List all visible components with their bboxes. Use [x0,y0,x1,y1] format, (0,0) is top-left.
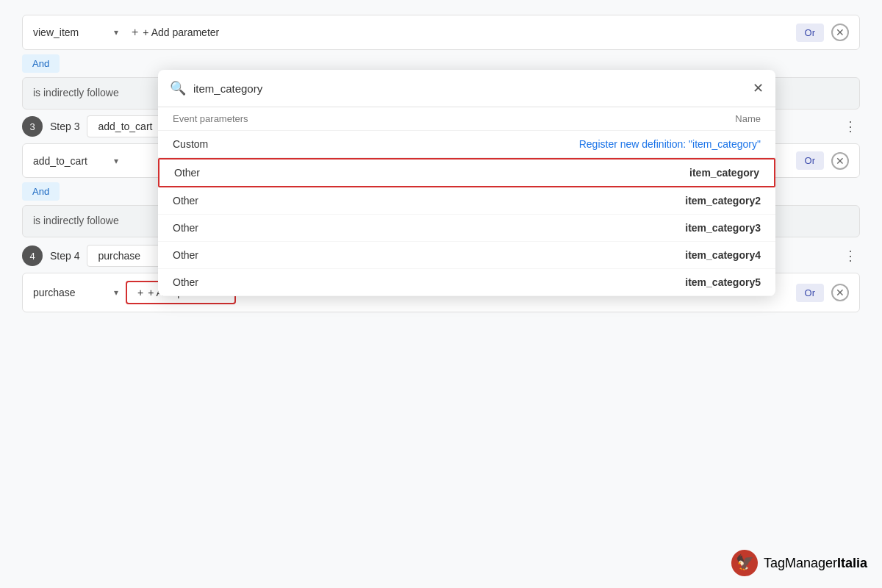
add-to-cart-or-button[interactable]: Or [796,151,824,170]
item-other-4: Other [173,276,198,288]
purchase-plus-icon: + [137,287,143,298]
add-to-cart-close-button[interactable]: ✕ [831,152,849,170]
item-other-0: Other [174,167,200,179]
step3-badge: 3 [22,116,43,137]
item-other-2: Other [173,222,198,234]
item-name-0: item_category [689,167,759,179]
search-icon: 🔍 [170,80,186,96]
purchase-close-button[interactable]: ✕ [831,284,849,301]
step4-number: 4 [29,251,35,262]
indirect-label-1: is indirectly followe [33,87,119,98]
dropdown-item-2[interactable]: Other item_category3 [158,215,775,242]
search-input[interactable] [193,82,745,95]
and-button-1[interactable]: And [22,54,60,73]
dropdown-overlay: 🔍 ✕ Event parameters Name Custom Registe… [158,70,775,296]
header-name: Name [735,113,761,124]
watermark-text: TagManagerItalia [764,556,867,571]
dropdown-item-1[interactable]: Other item_category2 [158,187,775,215]
item-name-2: item_category3 [685,222,761,234]
view-item-or-button[interactable]: Or [796,24,824,42]
dropdown-item-3[interactable]: Other item_category4 [158,242,775,269]
purchase-or-button[interactable]: Or [796,284,824,302]
dropdown-item-4[interactable]: Other item_category5 [158,269,775,296]
view-item-label: view_item [33,26,107,38]
step4-more-button[interactable]: ⋮ [841,248,860,264]
view-item-add-param-button[interactable]: + + Add parameter [126,23,225,42]
item-name-3: item_category4 [685,249,761,261]
add-param-label: + Add parameter [143,26,219,38]
view-item-dropdown-arrow[interactable]: ▾ [114,27,118,37]
add-to-cart-dropdown-arrow[interactable]: ▾ [114,156,118,166]
purchase-label: purchase [33,287,107,298]
plus-icon: + [132,26,138,39]
custom-row: Custom Register new definition: "item_ca… [158,131,775,158]
step4-label: Step 4 [50,250,79,262]
item-other-3: Other [173,249,198,261]
add-to-cart-label: add_to_cart [33,155,107,167]
search-row: 🔍 ✕ [158,70,775,107]
dropdown-close-icon[interactable]: ✕ [753,80,764,96]
purchase-dropdown-arrow[interactable]: ▾ [114,287,118,298]
step3-more-button[interactable]: ⋮ [841,118,860,135]
svg-text:🦅: 🦅 [735,553,753,571]
watermark-icon: 🦅 [730,548,759,578]
custom-label: Custom [173,138,208,150]
and-button-3[interactable]: And [22,182,60,201]
header-event-params: Event parameters [173,113,248,124]
register-link[interactable]: Register new definition: "item_category" [579,138,761,150]
step3-label: Step 3 [50,121,79,132]
watermark: 🦅 TagManagerItalia [730,548,867,578]
watermark-text-normal: TagManager [764,556,837,570]
dropdown-item-0[interactable]: Other item_category [158,158,775,187]
watermark-text-bold: Italia [837,556,867,570]
view-item-close-button[interactable]: ✕ [831,24,849,41]
item-other-1: Other [173,195,198,207]
item-name-1: item_category2 [685,195,761,207]
step4-badge: 4 [22,245,43,266]
step3-number: 3 [29,121,35,132]
view-item-row: view_item ▾ + + Add parameter Or ✕ [22,15,860,50]
dropdown-header: Event parameters Name [158,107,775,131]
indirect-label-3: is indirectly followe [33,215,119,226]
main-container: view_item ▾ + + Add parameter Or ✕ And i… [0,0,882,588]
item-name-4: item_category5 [685,276,761,288]
